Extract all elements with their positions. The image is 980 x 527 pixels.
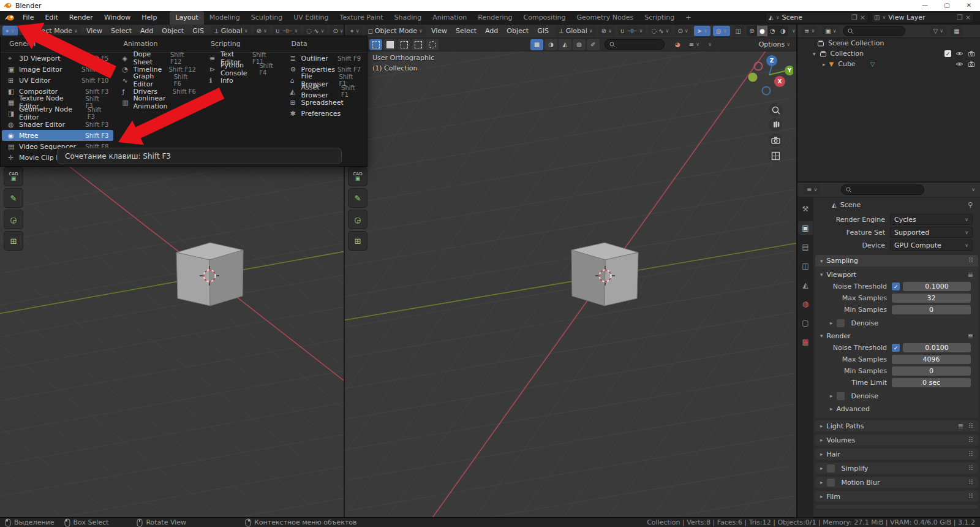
properties-tab-view-layer[interactable]: ◫ <box>798 259 813 273</box>
outliner-row-collection[interactable]: ▾Collection✓ <box>797 48 980 59</box>
toggle-ortho-button[interactable] <box>769 149 782 162</box>
maximize-button[interactable]: ▢ <box>936 0 958 11</box>
filter-globe-toggle[interactable]: ◍ <box>573 39 586 50</box>
editor-menu-item-python-console[interactable]: ⊳Python ConsoleShift F4 <box>203 64 282 75</box>
select-tool-paint[interactable] <box>426 39 439 50</box>
outliner-filter-button[interactable]: ▽∨ <box>930 26 947 36</box>
new-collection-button[interactable]: ▦ <box>951 26 962 36</box>
viewport-right-canvas[interactable]: CAD▣✎◶⊞User Orthographic(1) CollectionZY… <box>345 51 796 517</box>
viewport-subpanel-header[interactable]: ▾Viewport≣ <box>815 269 978 280</box>
properties-tab-scene[interactable]: ◭ <box>798 278 813 292</box>
viewport-menu-gis[interactable]: GIS <box>533 27 553 35</box>
camera-visibility-icon[interactable] <box>968 61 975 67</box>
orientation-select[interactable]: ⊥Global∨ <box>556 26 596 36</box>
copy-scene-icon[interactable]: ❐ <box>851 13 858 21</box>
measure-protractor-button[interactable]: ◶ <box>348 210 368 229</box>
section-film[interactable]: ▸Film⠿ <box>815 491 978 502</box>
viewport-value-max-samples[interactable]: 32 <box>892 294 971 303</box>
remove-view-layer-icon[interactable]: × <box>965 13 971 21</box>
snap-base-button[interactable]: ⊘∨ <box>598 26 615 36</box>
shading-dropdown[interactable]: ∨ <box>792 28 796 34</box>
render-advanced-row[interactable]: ▸Advanced <box>830 404 978 414</box>
tab-geometry-nodes[interactable]: Geometry Nodes <box>571 11 639 25</box>
field-value-render-engine[interactable]: Cycles∨ <box>890 214 973 225</box>
properties-tab-output[interactable]: ▤ <box>798 240 813 254</box>
visibility-dropdown[interactable]: ⊙∨ <box>674 26 691 36</box>
collection-highlight-button[interactable]: ◕ <box>672 39 684 50</box>
viewport-menu-select[interactable]: Select <box>451 27 481 35</box>
view-layer-selector[interactable]: ◫∨ View Layer ❐ × <box>871 12 974 23</box>
viewport-menu-select[interactable]: Select <box>107 27 136 35</box>
copy-view-layer-icon[interactable]: ❐ <box>957 13 963 21</box>
render-denoise-row[interactable]: ▸Denoise <box>830 391 978 401</box>
tab-modeling[interactable]: Modeling <box>204 11 246 25</box>
editor-type-button[interactable]: ⌖∨ <box>347 26 363 36</box>
annotate-pencil-button[interactable]: ✎ <box>4 188 23 208</box>
properties-tab-object[interactable]: ▢ <box>798 316 813 330</box>
viewport-menu-add[interactable]: Add <box>481 27 502 35</box>
render-value-max-samples[interactable]: 4096 <box>892 355 971 364</box>
show-overlays-toggle[interactable]: ◎∨ <box>713 26 730 36</box>
checkbox-unchecked[interactable] <box>827 464 835 472</box>
navigation-gizmo[interactable]: ZYX <box>744 53 793 97</box>
measure-protractor-button[interactable]: ◶ <box>4 210 23 229</box>
proportional-editing-toggle[interactable]: ◌∿∨ <box>648 26 672 36</box>
viewport-menu-gis[interactable]: GIS <box>188 27 208 35</box>
pin-icon[interactable]: ⚲ <box>968 201 980 209</box>
viewport-search-input[interactable] <box>605 39 665 50</box>
viewport-value-min-samples[interactable]: 0 <box>892 305 971 314</box>
expand-icon[interactable]: ▸ <box>823 61 826 67</box>
editor-menu-item-geometry-node-editor[interactable]: ◨Geometry Node EditorShift F3 <box>2 108 113 119</box>
tab-rendering[interactable]: Rendering <box>472 11 518 25</box>
snap-base-button[interactable]: ⊘∨ <box>254 26 270 36</box>
minimize-button[interactable]: — <box>914 0 936 11</box>
editor-menu-item-preferences[interactable]: ✱Preferences <box>284 108 366 119</box>
section-light-paths[interactable]: ▸Light Paths≣⠿ <box>815 420 978 431</box>
tab-sculpting[interactable]: Sculpting <box>246 11 288 25</box>
outliner-row-scene-collection[interactable]: Scene Collection <box>797 38 980 48</box>
annotate-pencil-button[interactable]: ✎ <box>348 188 368 208</box>
close-button[interactable]: ✕ <box>958 0 980 11</box>
field-value-device[interactable]: GPU Compute∨ <box>890 240 973 251</box>
checkbox-unchecked[interactable] <box>837 319 845 327</box>
outliner-filter-id-button[interactable]: ▣∨ <box>822 26 839 36</box>
add-cube-button[interactable]: ⊞ <box>4 231 23 251</box>
outliner-row-cube[interactable]: ▸▼Cube▽ <box>797 59 980 69</box>
viewport-menu-view[interactable]: View <box>427 27 451 35</box>
menu-file[interactable]: File <box>17 11 39 25</box>
sampling-panel-header[interactable]: ▾Sampling⠿ <box>815 255 978 267</box>
editor-menu-item-shader-editor[interactable]: ◍Shader EditorShift F3 <box>2 119 113 130</box>
tab-shading[interactable]: Shading <box>389 11 428 25</box>
snap-toggle[interactable]: ∪⊣⊢∨ <box>273 26 301 36</box>
viewport-denoise-row[interactable]: ▸Denoise <box>830 318 978 328</box>
editor-menu-item-mtree[interactable]: ◉MtreeShift F3 <box>2 130 113 141</box>
select-tool-circle[interactable] <box>398 39 410 50</box>
eye-icon[interactable] <box>956 51 963 56</box>
tab-layout[interactable]: Layout <box>170 11 203 25</box>
shading-rendered-button[interactable]: ◑ <box>778 26 788 36</box>
unlink-scene-icon[interactable]: × <box>860 13 865 21</box>
collapse-icon[interactable]: ▾ <box>813 51 816 57</box>
outliner-search-input[interactable] <box>843 26 905 36</box>
tab-item[interactable]: + <box>680 11 696 25</box>
checkbox-unchecked[interactable] <box>837 392 845 400</box>
render-value-time-limit[interactable]: 0 sec <box>892 378 971 387</box>
section-volumes[interactable]: ▸Volumes⠿ <box>815 434 978 445</box>
render-subpanel-header[interactable]: ▾Render≣ <box>815 330 978 341</box>
extra-dropdown[interactable]: ∨ <box>705 39 715 50</box>
eye-icon[interactable] <box>956 61 963 67</box>
checkbox-unchecked[interactable] <box>827 479 835 487</box>
filter-brush-toggle[interactable]: ✐ <box>587 39 600 50</box>
menu-edit[interactable]: Edit <box>39 11 63 25</box>
editor-menu-item-graph-editor[interactable]: ∿Graph EditorShift F6 <box>116 75 201 86</box>
section-simplify[interactable]: ▸Simplify⠿ <box>815 463 978 474</box>
filter-asset-toggle[interactable]: ◭ <box>559 39 571 50</box>
shading-material-button[interactable]: ◔ <box>767 26 778 36</box>
mode-select[interactable]: ◻Object Mode∨ <box>20 26 81 36</box>
zoom-button[interactable] <box>769 103 782 116</box>
xray-toggle[interactable]: ◫ <box>733 26 744 36</box>
tab-animation[interactable]: Animation <box>427 11 472 25</box>
editor-menu-item-asset-browser[interactable]: ◭Asset BrowserShift F1 <box>284 86 366 97</box>
editor-menu-item-image-editor[interactable]: ▣Image EditorShift F10 <box>2 64 113 75</box>
camera-view-button[interactable] <box>769 134 782 147</box>
